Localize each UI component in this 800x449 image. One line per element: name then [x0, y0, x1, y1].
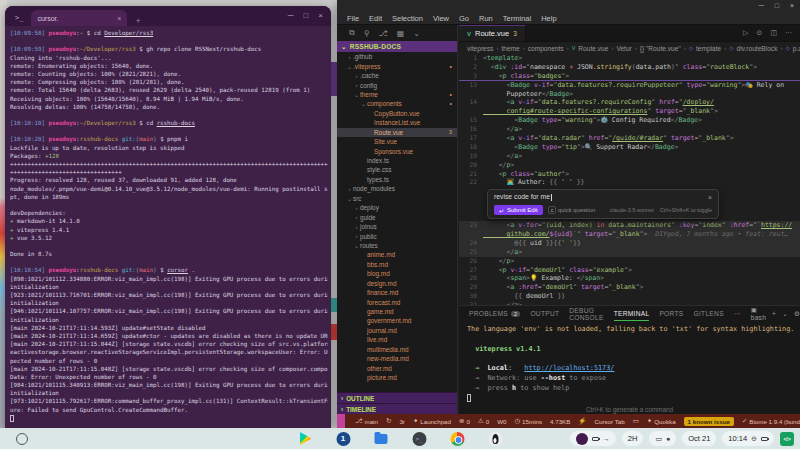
status-biome[interactable]: ✓Biome 1.9.4 (bundled)	[742, 417, 800, 425]
code-line[interactable]: 25 </a>	[459, 248, 800, 257]
tree-item-instancelist-vue[interactable]: InstanceList.vue	[337, 118, 457, 127]
tree-item--cache[interactable]: ›.cache	[337, 71, 457, 80]
code-line[interactable]: 1<template>	[459, 54, 800, 63]
code-line[interactable]: 13 <Badge v-if="data.features?.requirePu…	[459, 81, 800, 90]
code-line[interactable]: 16 </a>	[459, 125, 800, 134]
code-line[interactable]: 19 </a>	[459, 152, 800, 161]
panel-tab-output[interactable]: OUTPUT	[530, 306, 559, 321]
launcher-button[interactable]	[16, 433, 28, 445]
tab-close-icon[interactable]: ×	[117, 15, 121, 22]
maximize-icon[interactable]: □	[775, 2, 779, 9]
tree-item-types-ts[interactable]: types.ts	[337, 175, 457, 184]
tree-item--github[interactable]: ›.github	[337, 52, 457, 61]
code-line[interactable]: config#route-specific-configurations" ta…	[459, 107, 800, 116]
section-timeline[interactable]: ›TIMELINE	[337, 403, 457, 414]
notification-cluster[interactable]: →	[570, 431, 616, 446]
code-line[interactable]: 3 <p class="badges">	[459, 72, 800, 81]
panel-action-icon[interactable]: +	[772, 310, 776, 317]
terminal-icon[interactable]: >_	[412, 431, 427, 446]
tree-item--vitepress[interactable]: ⌄.vitepress•	[337, 61, 457, 70]
breadcrumb-item[interactable]: theme	[501, 45, 519, 52]
ai-prompt-input[interactable]: revise code for me	[494, 193, 708, 201]
code-line[interactable]: 30 {{ demoUrl }}	[459, 292, 800, 301]
submit-edit-button[interactable]: ↵ Submit Edit	[494, 205, 543, 215]
panel-tab-gitlens[interactable]: GITLENS	[694, 306, 724, 321]
close-icon[interactable]: ×	[790, 2, 794, 9]
code-line[interactable]: 22 👨‍💻 Author: {{ ' ' }}	[459, 178, 800, 187]
minimize-icon[interactable]: ─	[288, 11, 294, 20]
tree-item-deploy[interactable]: ›deploy	[337, 203, 457, 212]
breadcrumb-item[interactable]: p.author	[793, 45, 800, 52]
terminal-shell-label[interactable]: ▣ bash	[751, 306, 766, 321]
panel-tab-problems[interactable]: PROBLEMS2	[469, 306, 520, 321]
status-git-branch[interactable]: ⎇main	[355, 417, 378, 425]
tree-item-live-md[interactable]: live.md	[337, 335, 457, 344]
tree-item-journal-md[interactable]: journal.md	[337, 326, 457, 335]
date-pill[interactable]: Oct 21	[682, 431, 716, 446]
status-errors[interactable]: ⊗0	[459, 417, 470, 425]
menu-file[interactable]: File	[343, 14, 363, 23]
tree-item-config[interactable]: ›config	[337, 80, 457, 89]
extensions-icon[interactable]: ▦	[397, 29, 405, 38]
code-line[interactable]: Puppeteer</Badge>	[459, 90, 800, 99]
code-line[interactable]: github.com/${uid}`" target="_blank"> DIY…	[459, 230, 800, 239]
tree-item-index-ts[interactable]: index.ts	[337, 156, 457, 165]
remote-indicator[interactable]	[337, 414, 345, 428]
status-net-size[interactable]: 4.73KB	[550, 418, 570, 425]
status-area[interactable]: 10:14 ⊖	[722, 431, 774, 446]
breadcrumb-item[interactable]: Route.vue	[578, 45, 608, 52]
vscode-titlebar[interactable]: ─ □ ×	[337, 0, 800, 12]
code-line[interactable]: 18 <Badge type="tip">🔍 Support Radar</Ba…	[459, 143, 800, 152]
code-line[interactable]: 23 <a v-for="(uid, index) in data.mainta…	[459, 221, 800, 230]
terminal-titlebar[interactable]: >_ cursor. × + ─ □ ×	[5, 6, 331, 26]
status-gitlens-stats[interactable]: 3r	[399, 418, 405, 425]
tree-item-src[interactable]: ⌄src	[337, 194, 457, 203]
status-sync-icon[interactable]: ↻	[386, 417, 391, 425]
menu-go[interactable]: Go	[455, 14, 473, 23]
tree-item-bbs-md[interactable]: bbs.md	[337, 260, 457, 269]
battery-time-pill[interactable]: 2H	[622, 431, 644, 446]
menu-selection[interactable]: Selection	[388, 14, 427, 23]
breadcrumb-item[interactable]: Vetur	[616, 45, 631, 52]
minimize-icon[interactable]: ─	[759, 2, 764, 9]
status-screen-icon[interactable]: ▭	[633, 417, 639, 425]
breadcrumb-item[interactable]: div.routeBlock	[737, 45, 778, 52]
source-control-icon[interactable]: ⎇	[379, 29, 388, 38]
tree-item-design-md[interactable]: design.md	[337, 279, 457, 288]
tree-item-node-modules[interactable]: ›node_modules	[337, 184, 457, 193]
code-line[interactable]: 24 @{{ uid }}{{' '}}	[459, 239, 800, 248]
tree-item-joinus[interactable]: ›joinus	[337, 222, 457, 231]
chevron-down-icon[interactable]: ⌄	[413, 29, 420, 38]
tree-item-picture-md[interactable]: picture.md	[337, 373, 457, 382]
section-outline[interactable]: ›OUTLINE	[337, 392, 457, 403]
1password-icon[interactable]: 1	[336, 431, 351, 446]
status-launchpad[interactable]: ✦Launchpad	[413, 417, 451, 425]
tree-item-sponsors-vue[interactable]: Sponsors.vue	[337, 146, 457, 155]
breadcrumb-item[interactable]: {} "Route.vue"	[640, 45, 681, 52]
menu-terminal[interactable]: Terminal	[499, 14, 535, 23]
panel-action-icon[interactable]: ⌄	[782, 310, 788, 318]
new-tab-icon[interactable]: +	[135, 16, 140, 26]
code-line[interactable]: 28 <span>💡 Example: </span>	[459, 274, 800, 283]
code-line[interactable]: 2 <div :id="namespace + JSON.stringify(d…	[459, 63, 800, 72]
status-flash-icon[interactable]: ⚡	[578, 417, 586, 425]
menu-view[interactable]: View	[429, 14, 453, 23]
tree-item-routes[interactable]: ⌄routes	[337, 241, 457, 250]
editor-action-icon[interactable]: ⋯	[785, 29, 792, 37]
status-warnings[interactable]: ⚠0	[478, 417, 489, 425]
code-editor[interactable]: 1<template>2 <div :id="namespace + JSON.…	[459, 54, 800, 305]
close-icon[interactable]: ×	[708, 194, 712, 201]
status-quokka[interactable]: ✦Quokka	[647, 417, 676, 425]
tree-item-forecast-md[interactable]: forecast.md	[337, 297, 457, 306]
explorer-root[interactable]: ⌄ RSSHUB-DOCS	[337, 41, 457, 52]
close-icon[interactable]: ×	[318, 11, 323, 20]
search-icon[interactable]: ⚲	[364, 29, 370, 38]
status-wakatime[interactable]: ◷15mins	[514, 417, 542, 425]
tree-item-government-md[interactable]: government.md	[337, 316, 457, 325]
tree-item-other-md[interactable]: other.md	[337, 363, 457, 372]
tree-item-new-media-md[interactable]: new-media.md	[337, 354, 457, 363]
tree-item-style-css[interactable]: style.css	[337, 165, 457, 174]
tree-item-blog-md[interactable]: blog.md	[337, 269, 457, 278]
terminal-tab[interactable]: cursor. ×	[31, 10, 127, 26]
maximize-icon[interactable]: □	[303, 11, 308, 20]
